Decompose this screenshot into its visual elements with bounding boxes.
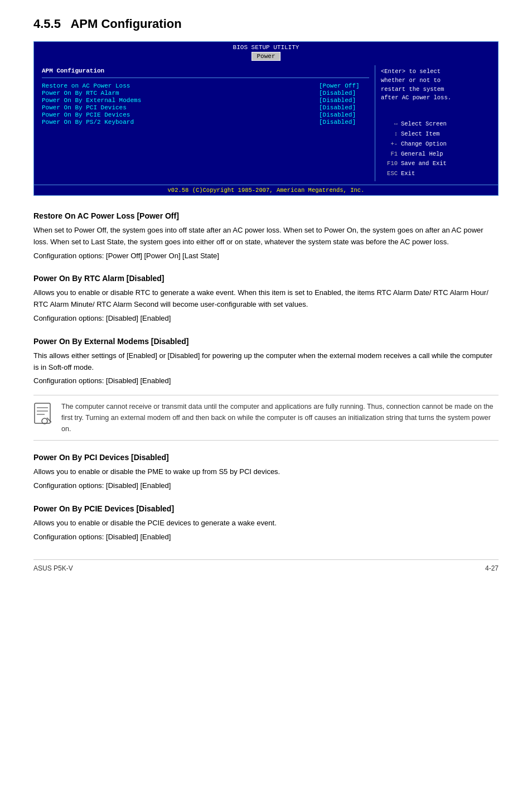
bios-screen: BIOS SETUP UTILITY Power APM Configurati… — [33, 41, 499, 196]
section-rtc-alarm: Power On By RTC Alarm [Disabled] Allows … — [33, 274, 499, 324]
section-pcie-devices: Power On By PCIE Devices [Disabled] Allo… — [33, 504, 499, 543]
bios-key-sym-1: ↕ — [381, 129, 398, 139]
bios-key-desc-4: Save and Exit — [401, 159, 447, 169]
bios-key-sym-3: F1 — [381, 149, 398, 160]
bios-body: APM Configuration Restore on AC Power Lo… — [34, 62, 498, 185]
bios-item-value-5: [Disabled] — [319, 119, 369, 125]
bios-key-sym-5: ESC — [381, 169, 398, 179]
subsection-title-pcie-devices: Power On By PCIE Devices [Disabled] — [33, 504, 499, 513]
bios-item-label-4: Power On By PCIE Devices — [42, 112, 319, 118]
bios-item-1[interactable]: Power On By RTC Alarm [Disabled] — [42, 90, 369, 96]
bios-item-3[interactable]: Power On By PCI Devices [Disabled] — [42, 104, 369, 111]
bios-help-text: <Enter> to selectwhether or not torestar… — [381, 67, 492, 103]
config-options-pcie-devices: Configuration options: [Disabled] [Enabl… — [33, 532, 499, 543]
config-options-pci-devices: Configuration options: [Disabled] [Enabl… — [33, 480, 499, 492]
bios-key-desc-0: Select Screen — [401, 119, 447, 129]
bios-item-label-2: Power On By External Modems — [42, 97, 319, 104]
bios-divider — [42, 78, 369, 78]
bios-item-label-5: Power On By PS/2 Keyboard — [42, 119, 319, 125]
section-pci-devices: Power On By PCI Devices [Disabled] Allow… — [33, 453, 499, 492]
note-text-external-modems: The computer cannot receive or transmit … — [61, 401, 499, 434]
footer-page-number: 4-27 — [485, 564, 499, 572]
bios-item-label-3: Power On By PCI Devices — [42, 104, 319, 111]
bios-item-value-0: [Power Off] — [319, 83, 369, 89]
bios-item-label-0: Restore on AC Power Loss — [42, 83, 319, 89]
bios-key-desc-5: Exit — [401, 169, 415, 179]
subsection-title-restore-ac: Restore On AC Power Loss [Power Off] — [33, 211, 499, 220]
section-title: 4.5.5 APM Configuration — [33, 17, 499, 31]
subsection-body-external-modems: This allows either settings of [Enabled]… — [33, 350, 499, 374]
bios-key-row-0: ↔ Select Screen — [381, 119, 492, 129]
bios-active-tab[interactable]: Power — [252, 52, 280, 61]
config-options-rtc-alarm: Configuration options: [Disabled] [Enabl… — [33, 313, 499, 325]
bios-tab-row: Power — [34, 52, 498, 62]
subsection-title-rtc-alarm: Power On By RTC Alarm [Disabled] — [33, 274, 499, 283]
subsection-title-external-modems: Power On By External Modems [Disabled] — [33, 337, 499, 346]
bios-key-desc-3: General Help — [401, 149, 443, 160]
bios-item-2[interactable]: Power On By External Modems [Disabled] — [42, 97, 369, 104]
bios-key-row-4: F10 Save and Exit — [381, 159, 492, 169]
config-options-restore-ac: Configuration options: [Power Off] [Powe… — [33, 250, 499, 262]
bios-key-desc-2: Change Option — [401, 139, 447, 149]
bios-right-panel: <Enter> to selectwhether or not torestar… — [375, 65, 498, 181]
bios-item-value-2: [Disabled] — [319, 97, 369, 104]
bios-key-row-2: +- Change Option — [381, 139, 492, 149]
bios-item-value-3: [Disabled] — [319, 104, 369, 111]
bios-item-label-1: Power On By RTC Alarm — [42, 90, 319, 96]
bios-item-5[interactable]: Power On By PS/2 Keyboard [Disabled] — [42, 119, 369, 125]
bios-left-panel: APM Configuration Restore on AC Power Lo… — [34, 65, 375, 181]
subsection-body-restore-ac: When set to Power Off, the system goes i… — [33, 225, 499, 248]
bios-key-row-1: ↕ Select Item — [381, 129, 492, 139]
bios-header: BIOS SETUP UTILITY — [34, 42, 498, 52]
config-options-external-modems: Configuration options: [Disabled] [Enabl… — [33, 375, 499, 387]
bios-key-desc-1: Select Item — [401, 129, 439, 139]
subsection-title-pci-devices: Power On By PCI Devices [Disabled] — [33, 453, 499, 462]
bios-key-sym-0: ↔ — [381, 119, 398, 129]
note-icon — [33, 402, 54, 431]
subsection-body-pcie-devices: Allows you to enable or disable the PCIE… — [33, 518, 499, 529]
bios-key-row-5: ESC Exit — [381, 169, 492, 179]
bios-item-0[interactable]: Restore on AC Power Loss [Power Off] — [42, 83, 369, 89]
bios-key-sym-4: F10 — [381, 159, 398, 169]
bios-section-label: APM Configuration — [42, 67, 369, 74]
svg-rect-0 — [35, 403, 50, 423]
section-restore-ac: Restore On AC Power Loss [Power Off] Whe… — [33, 211, 499, 262]
footer-product-name: ASUS P5K-V — [33, 564, 73, 572]
page-footer: ASUS P5K-V 4-27 — [33, 559, 499, 572]
section-external-modems: Power On By External Modems [Disabled] T… — [33, 337, 499, 441]
note-box-external-modems: The computer cannot receive or transmit … — [33, 395, 499, 441]
bios-key-row-3: F1 General Help — [381, 149, 492, 160]
bios-item-4[interactable]: Power On By PCIE Devices [Disabled] — [42, 112, 369, 118]
bios-keys: ↔ Select Screen ↕ Select Item +- Change … — [381, 119, 492, 179]
subsection-body-rtc-alarm: Allows you to enable or disable RTC to g… — [33, 287, 499, 311]
bios-footer: v02.58 (C)Copyright 1985-2007, American … — [34, 185, 498, 195]
bios-item-value-4: [Disabled] — [319, 112, 369, 118]
bios-key-sym-2: +- — [381, 139, 398, 149]
bios-item-value-1: [Disabled] — [319, 90, 369, 96]
subsection-body-pci-devices: Allows you to enable or disable the PME … — [33, 466, 499, 478]
